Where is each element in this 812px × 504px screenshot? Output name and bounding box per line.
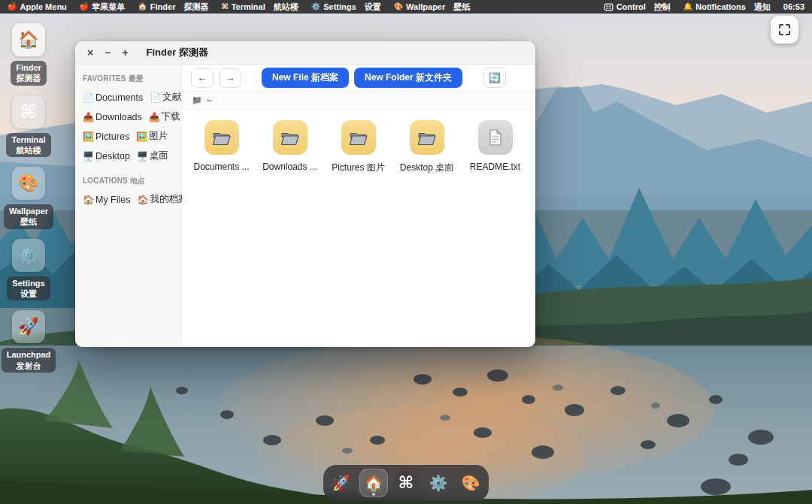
dock: 🚀 🏠 ⌘ ⚙️ 🎨	[323, 465, 489, 501]
wallpaper-icon: 🎨	[394, 3, 403, 11]
sidebar-label: Documents	[95, 92, 143, 103]
file-item-readme[interactable]: README.txt	[461, 120, 529, 174]
sidebar-item-documents[interactable]: 📄 Documents 📄文献	[83, 91, 174, 104]
apple-icon: 🍎	[8, 3, 17, 11]
menubar-item-wallpaper[interactable]: 🎨 Wallpaper 壁纸	[394, 2, 471, 13]
maximize-button[interactable]: +	[122, 47, 128, 58]
finder-window: × − + Finder 探测器 FAVORITES 最爱 📄 Document…	[75, 41, 535, 347]
terminal-icon: ⌘	[398, 475, 414, 491]
minimize-button[interactable]: −	[105, 47, 111, 58]
home-icon: 🏠	[138, 195, 149, 204]
menubar-label: Settings	[323, 2, 356, 11]
sidebar-label: My Files	[95, 195, 131, 205]
forward-button[interactable]: →	[219, 68, 241, 88]
new-folder-button[interactable]: New Folder 新文件夹	[354, 68, 462, 88]
window-titlebar[interactable]: × − + Finder 探测器	[75, 41, 535, 65]
wallpaper-icon: 🎨	[462, 475, 480, 490]
desktop-icon-column: 🏠 Finder探测器 ⌘ Terminal航站楼 🎨 Wallpaper壁纸 …	[5, 23, 53, 382]
launchpad-icon: 🚀	[332, 475, 351, 490]
menubar-item-apple-menu-zh[interactable]: 🍎 苹果菜单	[80, 2, 125, 13]
finder-content: ← → New File 新档案 New Folder 新文件夹 🔄 📁 ~	[182, 65, 535, 347]
refresh-button[interactable]: 🔄	[483, 68, 506, 88]
dock-item-settings[interactable]: ⚙️	[424, 469, 453, 497]
path-bar[interactable]: 📁 ~	[182, 92, 535, 110]
menubar-label-zh: 探测器	[183, 2, 208, 13]
menubar-label-zh: 设置	[365, 2, 381, 13]
menubar-clock: 06:53	[783, 2, 804, 11]
file-label: Pictures 图片	[332, 161, 385, 174]
menu-bar: 🍎 Apple Menu 🍎 苹果菜单 🏠 Finder 探测器 ⌘ Termi…	[0, 0, 812, 14]
menubar-item-control[interactable]: Control 控制	[604, 2, 671, 13]
window-controls: × − +	[87, 47, 129, 58]
settings-icon: ⚙️	[311, 3, 320, 11]
sidebar-item-downloads[interactable]: 📥 Downloads 📥下载	[83, 110, 174, 123]
fullscreen-icon	[778, 23, 791, 36]
finder-toolbar: ← → New File 新档案 New Folder 新文件夹 🔄	[182, 65, 535, 92]
desktop-icon-finder[interactable]: 🏠 Finder探测器	[5, 23, 53, 86]
menubar-item-finder[interactable]: 🏠 Finder 探测器	[138, 2, 208, 13]
pictures-icon: 🖼️	[83, 132, 94, 141]
sidebar-label-zh: 桌面	[150, 149, 168, 162]
file-item-documents[interactable]: Documents ...	[187, 120, 256, 174]
locations-header: LOCATIONS 地点	[83, 176, 174, 186]
settings-icon: ⚙️	[429, 475, 448, 490]
window-body: FAVORITES 最爱 📄 Documents 📄文献 📥 Downloads…	[75, 65, 535, 347]
desktop-icon-terminal[interactable]: ⌘ Terminal航站楼	[5, 95, 53, 158]
menubar-item-terminal[interactable]: ⌘ Terminal 航站楼	[221, 2, 298, 13]
dock-item-wallpaper[interactable]: 🎨	[456, 469, 485, 497]
menubar-item-notifications[interactable]: 🔔 Notifications 通知	[683, 2, 771, 13]
menubar-label: Control	[617, 2, 646, 11]
desktop-icon-launchpad[interactable]: 🚀 Launchpad发射台	[5, 310, 53, 373]
file-label: README.txt	[470, 161, 520, 172]
menubar-item-apple-menu[interactable]: 🍎 Apple Menu	[8, 2, 67, 11]
finder-icon: 🏠	[12, 23, 45, 56]
finder-sidebar: FAVORITES 最爱 📄 Documents 📄文献 📥 Downloads…	[75, 65, 182, 347]
downloads-icon: 📥	[149, 113, 160, 122]
desktop-icon-label: Wallpaper壁纸	[4, 204, 53, 229]
refresh-icon: 🔄	[488, 72, 500, 83]
bell-icon: 🔔	[683, 3, 692, 11]
sidebar-item-pictures[interactable]: 🖼️ Pictures 🖼️图片	[83, 130, 174, 143]
file-label: Downloads ...	[262, 161, 317, 172]
fullscreen-button[interactable]	[771, 16, 798, 44]
desktop-icon-wallpaper[interactable]: 🎨 Wallpaper壁纸	[5, 167, 53, 229]
downloads-icon: 📥	[83, 113, 94, 122]
menubar-label-zh: 壁纸	[453, 2, 470, 13]
sidebar-label-zh: 文献	[162, 91, 181, 104]
dock-item-launchpad[interactable]: 🚀	[327, 469, 356, 497]
document-icon: 📄	[83, 93, 94, 102]
menubar-label-zh: 通知	[754, 2, 771, 13]
pictures-icon: 🖼️	[136, 132, 147, 141]
menubar-label: Apple Menu	[20, 2, 66, 11]
sidebar-label: Downloads	[95, 112, 142, 122]
folder-icon	[205, 120, 239, 155]
wallpaper-icon: 🎨	[12, 167, 45, 200]
apple-icon: 🍎	[80, 3, 89, 11]
sidebar-item-my-files[interactable]: 🏠 My Files 🏠我的档案	[83, 193, 174, 206]
back-button[interactable]: ←	[191, 68, 214, 88]
file-label: Desktop 桌面	[400, 161, 453, 174]
dock-item-terminal[interactable]: ⌘	[392, 469, 420, 497]
menubar-label-zh: 航站楼	[274, 2, 298, 13]
file-item-desktop[interactable]: Desktop 桌面	[392, 120, 461, 174]
desktop-icon-settings[interactable]: ⚙️ Settings设置	[5, 239, 53, 301]
menubar-label-zh: 控制	[654, 2, 671, 13]
menubar-item-settings[interactable]: ⚙️ Settings 设置	[311, 2, 381, 13]
new-file-button[interactable]: New File 新档案	[262, 68, 349, 88]
file-item-downloads[interactable]: Downloads ...	[256, 120, 324, 174]
sidebar-item-desktop[interactable]: 🖥️ Desktop 🖥️桌面	[83, 149, 174, 162]
close-button[interactable]: ×	[87, 47, 93, 58]
finder-icon: 🏠	[365, 475, 383, 490]
dock-item-finder[interactable]: 🏠	[359, 469, 388, 497]
sidebar-label: Pictures	[95, 131, 129, 142]
folder-icon	[273, 120, 308, 155]
desktop-icon-label: Finder探测器	[11, 61, 47, 86]
menubar-label: Wallpaper	[406, 2, 445, 11]
folder-icon	[341, 120, 376, 155]
sidebar-label-zh: 下载	[162, 110, 180, 123]
document-icon: 📄	[150, 93, 161, 102]
desktop-icon-label: Terminal航站楼	[6, 133, 50, 158]
file-item-pictures[interactable]: Pictures 图片	[324, 120, 392, 174]
folder-icon	[410, 120, 444, 155]
desktop-icon: 🖥️	[137, 152, 148, 161]
